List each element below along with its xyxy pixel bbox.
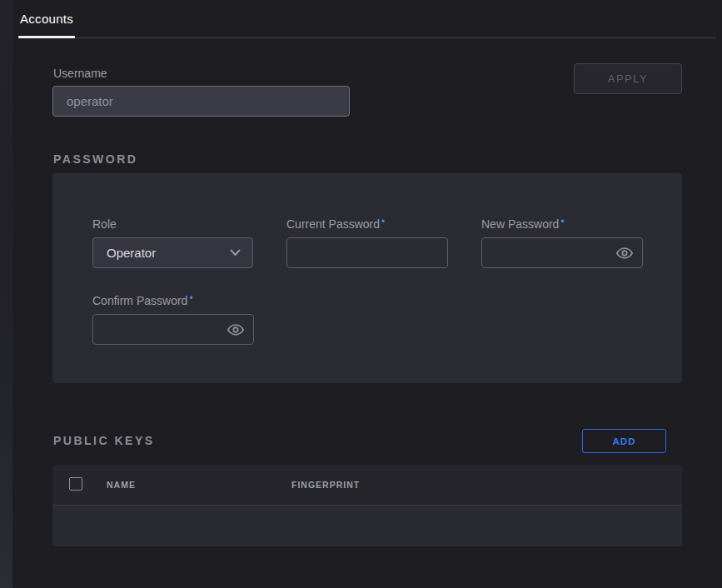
eye-icon [227,323,244,336]
add-public-key-button[interactable]: ADD [582,429,666,453]
new-password-visibility-toggle[interactable] [613,247,642,260]
current-password-label-text: Current Password [286,217,380,231]
public-keys-table: NAME FINGERPRINT [52,465,682,546]
current-password-field-wrap [286,237,448,268]
username-label: Username [53,67,107,80]
new-password-label: New Password• [481,217,565,231]
required-mark: • [189,292,192,304]
confirm-password-field-wrap [92,314,254,345]
required-mark: • [381,216,385,227]
password-section-heading: PASSWORD [53,152,137,166]
public-keys-table-header: NAME FINGERPRINT [52,465,682,506]
current-password-input[interactable] [287,238,447,267]
column-header-name: NAME [107,480,136,490]
select-all-checkbox[interactable] [69,477,82,491]
confirm-password-label-text: Confirm Password [92,294,187,307]
column-header-fingerprint: FINGERPRINT [291,480,360,490]
eye-icon [616,247,633,260]
new-password-label-text: New Password [481,217,559,231]
tab-accounts[interactable]: Accounts [20,12,73,26]
background-edge [0,0,12,588]
confirm-password-label: Confirm Password• [92,294,193,307]
current-password-label: Current Password• [286,217,385,231]
new-password-input[interactable] [482,238,613,267]
public-keys-section-heading: PUBLIC KEYS [53,434,155,447]
apply-button[interactable]: APPLY [574,63,682,94]
tab-bar-divider [18,37,716,38]
role-select[interactable]: Operator [92,237,253,268]
tab-active-underline [18,36,75,38]
role-select-value: Operator [107,246,156,260]
public-keys-table-empty-row [52,506,682,546]
new-password-field-wrap [481,237,643,268]
password-panel: Role Operator Current Password• New Pass… [52,173,682,383]
username-input[interactable] [52,86,350,117]
confirm-password-visibility-toggle[interactable] [224,323,253,336]
chevron-down-icon [230,249,241,257]
confirm-password-input[interactable] [93,315,224,344]
role-label: Role [92,217,117,231]
required-mark: • [560,216,564,227]
